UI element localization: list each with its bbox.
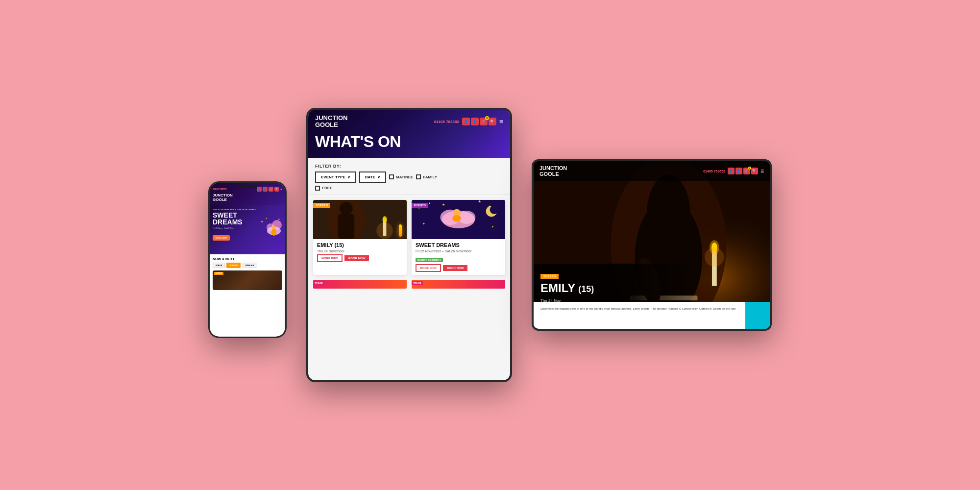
account-icon: 👤	[264, 188, 267, 191]
matinee-checkbox[interactable]	[389, 174, 394, 179]
rt-user-btn[interactable]: 👤	[728, 168, 735, 174]
tablet-header-right: 01405 763652 👤 👤 0 🛒	[434, 118, 503, 125]
rt-account-btn[interactable]: 👤	[735, 168, 742, 174]
rt-phone-num: 01405 763652	[703, 170, 725, 173]
svg-text:★: ★	[478, 200, 481, 204]
tablet-account-icon: 👤	[472, 120, 477, 124]
emily-card: SCREEN	[313, 200, 407, 275]
phone-logo: JUNCTION GOOLE	[213, 194, 282, 202]
sweet-dreams-image: EVENTS ★ ★ ★ ★ ★	[412, 200, 505, 239]
tablet-basket-icon-btn[interactable]: 0 🛒	[480, 118, 488, 125]
svg-text:★: ★	[428, 201, 431, 204]
svg-text:★: ★	[278, 218, 280, 220]
svg-text:·: ·	[415, 230, 416, 234]
matinee-label: MATINEE	[396, 175, 413, 179]
tablet-header: JUNCTION GOOLE 01405 763652 👤 👤	[308, 110, 510, 158]
rt-description-text: Emily tells the imagined life of one of …	[540, 307, 763, 316]
rt-search-btn[interactable]: 🔍	[751, 168, 758, 174]
phone-basket-btn[interactable]: 🛒	[269, 187, 273, 192]
svg-rect-11	[338, 214, 355, 239]
rt-account-icon: 👤	[736, 169, 741, 173]
filter-label: FILTER BY:	[315, 164, 503, 169]
rt-basket-btn[interactable]: 0 🛒	[743, 168, 750, 174]
svg-point-27	[452, 215, 461, 221]
svg-text:✦: ✦	[422, 222, 425, 225]
filter-row-1: EVENT TYPE ∨ DATE ∨ MATINEE FAMILY	[315, 172, 503, 183]
phone-hero-illustration: ★ ★ ★	[258, 215, 285, 254]
rt-header: JUNCTION GOOLE 01405 763652 👤 👤 0	[534, 161, 770, 181]
event-type-dropdown[interactable]: EVENT TYPE ∨	[315, 172, 356, 183]
sweet-dreams-body: SWEET DREAMS Fri 25 November – Sat 26 No…	[412, 239, 505, 275]
phone-search-btn[interactable]: 🔍	[274, 187, 279, 192]
tablet-menu-btn[interactable]: ≡	[499, 118, 503, 125]
phone-event-card: SCREEN	[213, 270, 282, 290]
phone-hero-subtitle: FOR SLEEPYHEADS & THE WIDE AWAKE...	[213, 208, 282, 211]
emily-btns: MORE INFO BOOK NOW	[317, 254, 403, 262]
tablet-user-icon-btn[interactable]: 👤	[462, 118, 470, 125]
mobile-phone: 01605 763652 👤 👤 🛒 🔍	[208, 181, 287, 338]
phone-tabs: STAGE SCREEN VIEW ALL	[213, 263, 282, 268]
svg-text:★: ★	[266, 217, 268, 220]
free-checkbox[interactable]	[315, 186, 320, 191]
tablet-account-icon-btn[interactable]: 👤	[471, 118, 479, 125]
rt-basket-icon: 🛒	[744, 169, 749, 173]
main-scene: 01605 763652 👤 👤 🛒 🔍	[0, 0, 980, 490]
svg-point-22	[490, 205, 499, 214]
phone-body: NOW & NEXT STAGE SCREEN VIEW ALL SCREEN	[210, 254, 285, 293]
emily-card-body: EMILY (15) Thu 24 November MORE INFO BOO…	[313, 239, 407, 265]
rt-icon-row: 👤 👤 0 🛒 🔍	[728, 168, 758, 174]
family-checkbox[interactable]	[416, 174, 421, 179]
date-dropdown[interactable]: DATE ∨	[359, 172, 386, 183]
basket-icon: 🛒	[270, 188, 272, 191]
tablet-filter-area: FILTER BY: EVENT TYPE ∨ DATE ∨ MATINEE	[308, 158, 510, 195]
phone-tab-screen[interactable]: SCREEN	[226, 263, 241, 268]
phone-number: 01605 763652	[213, 188, 227, 191]
rt-event-title: EMILY	[540, 281, 575, 295]
emily-more-info-btn[interactable]: MORE INFO	[317, 254, 343, 262]
emily-title: EMILY (15)	[317, 242, 403, 248]
matinee-filter: MATINEE	[389, 174, 413, 179]
sweet-dreams-book-now-btn[interactable]: BOOK NOW	[443, 265, 467, 271]
right-tablet: JUNCTION GOOLE 01405 763652 👤 👤 0	[532, 159, 772, 331]
partial-badge-1: STAGE	[313, 281, 324, 285]
svg-point-10	[340, 202, 353, 215]
search-icon: 🔍	[275, 188, 278, 191]
rt-logo: JUNCTION GOOLE	[539, 165, 567, 177]
svg-text:★: ★	[442, 203, 445, 206]
tablet-search-icon-btn[interactable]: 🔍	[489, 118, 496, 125]
phone-screen: 01605 763652 👤 👤 🛒 🔍	[210, 183, 285, 337]
sweet-dreams-date: Fri 25 November – Sat 26 November	[416, 249, 501, 253]
svg-point-7	[271, 229, 276, 236]
phone-section-title: NOW & NEXT	[213, 257, 282, 261]
phone-tab-view-all[interactable]: VIEW ALL	[242, 263, 257, 268]
filter-row-2: FREE	[315, 186, 503, 191]
emily-badge: SCREEN	[313, 203, 330, 208]
emily-book-now-btn[interactable]: BOOK NOW	[344, 255, 369, 261]
phone-book-btn[interactable]: BOOK NOW	[213, 235, 230, 241]
tablet-search-icon: 🔍	[490, 120, 495, 124]
rt-event-title-row: EMILY (15)	[540, 281, 693, 296]
phone-user-btn[interactable]: 👤	[257, 187, 262, 192]
tablet-phone-num: 01405 763652	[434, 120, 459, 124]
partial-card-2: STAGE	[412, 280, 505, 289]
free-label: FREE	[322, 186, 332, 190]
partial-card-1: STAGE	[313, 280, 407, 289]
tablet-icon-row: 👤 👤 0 🛒 🔍	[462, 118, 496, 125]
sweet-dreams-btns: MORE INFO BOOK NOW	[416, 264, 501, 272]
center-tablet-screen: JUNCTION GOOLE 01405 763652 👤 👤	[308, 110, 510, 380]
tablet-hero-title: WHAT'S ON	[315, 133, 503, 151]
tablet-topbar: JUNCTION GOOLE 01405 763652 👤 👤	[315, 115, 503, 129]
partial-badge-2: STAGE	[412, 281, 423, 285]
phone-menu-btn[interactable]: ≡	[280, 188, 282, 191]
tablet-basket-icon: 🛒	[481, 120, 486, 124]
phone-tab-stage[interactable]: STAGE	[213, 263, 225, 268]
phone-account-btn[interactable]: 👤	[263, 187, 268, 192]
rt-cyan-accent	[745, 302, 770, 329]
emily-card-image: SCREEN	[313, 200, 407, 239]
center-tablet: JUNCTION GOOLE 01405 763652 👤 👤	[306, 108, 512, 382]
rt-menu-btn[interactable]: ≡	[760, 168, 764, 174]
emily-date: Thu 24 November	[317, 249, 403, 253]
sweet-dreams-more-info-btn[interactable]: MORE INFO	[416, 264, 441, 272]
sweet-dreams-card: EVENTS ★ ★ ★ ★ ★	[412, 200, 505, 275]
sweet-dreams-title: SWEET DREAMS	[416, 242, 501, 248]
